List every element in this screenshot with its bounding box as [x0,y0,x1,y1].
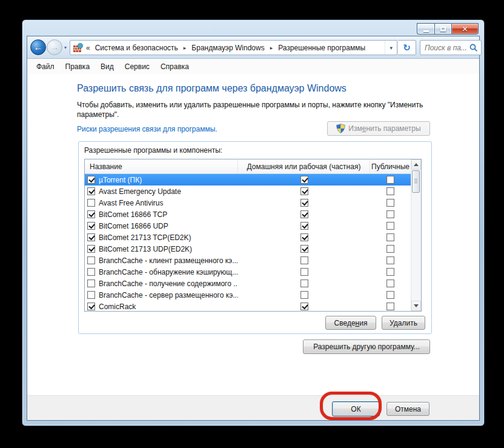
menu-help[interactable]: Справка [155,60,194,73]
remove-label: Удалить [390,319,417,327]
public-network-checkbox[interactable] [386,291,394,299]
table-row[interactable]: BranchCache - обнаружение кэширующ... [85,266,411,278]
address-bar[interactable]: « Система и безопасность ▸ Брандмауэр Wi… [70,40,397,55]
home-network-checkbox[interactable] [300,210,308,218]
program-enabled-checkbox[interactable] [87,291,95,299]
program-enabled-checkbox[interactable] [87,245,95,253]
table-row[interactable]: Avast Free Antivirus [85,197,411,209]
minimize-button[interactable] [417,23,434,35]
public-network-checkbox[interactable] [386,176,394,184]
home-network-checkbox[interactable] [300,291,308,299]
public-network-checkbox[interactable] [386,222,394,230]
address-dropdown-icon[interactable]: ▾ [385,41,397,55]
maximize-button[interactable] [434,23,451,35]
program-enabled-checkbox[interactable] [87,176,95,184]
menu-edit[interactable]: Правка [60,60,96,73]
public-network-checkbox[interactable] [386,279,394,287]
program-name: BitComet 21713 UDP(ED2K) [99,245,192,253]
allow-other-program-button[interactable]: Разрешить другую программу... [303,339,430,354]
window-controls: ✕ [417,23,479,35]
table-row[interactable]: BitComet 21713 UDP(ED2K) [85,243,411,255]
vertical-scrollbar[interactable] [411,159,421,311]
home-network-checkbox[interactable] [300,303,308,310]
program-name: BranchCache - клиент размещенного кэ... [99,256,238,265]
program-enabled-checkbox[interactable] [87,256,95,264]
cancel-button[interactable]: Отмена [386,402,429,416]
table-row[interactable]: BitComet 16866 TCP [85,209,411,220]
table-row[interactable]: ComicRack [85,301,411,312]
home-network-checkbox[interactable] [300,279,308,287]
program-enabled-checkbox[interactable] [87,279,95,287]
breadcrumb-separator-icon[interactable]: ▸ [184,45,187,51]
breadcrumb-item-firewall[interactable]: Брандмауэр Windows [190,41,265,55]
risk-info-link[interactable]: Риски разрешения связи для программы. [77,125,217,133]
program-name: BranchCache - получение содержимого ... [99,279,238,288]
breadcrumb-item-allowed-programs[interactable]: Разрешенные программы [277,41,366,55]
maximize-icon [440,27,446,32]
program-name: µTorrent (ПК) [99,176,142,184]
table-row[interactable]: Avast Emergency Update [85,186,411,197]
table-row[interactable]: BranchCache - клиент размещенного кэ... [85,255,411,266]
public-network-checkbox[interactable] [386,199,394,207]
program-enabled-checkbox[interactable] [87,199,95,207]
public-network-checkbox[interactable] [386,303,394,310]
scroll-down-button[interactable] [411,301,421,311]
forward-arrow-icon: → [50,42,59,52]
change-settings-button[interactable]: Изменить параметры [327,121,430,136]
search-icon[interactable] [469,44,478,52]
back-button[interactable]: ← [30,39,46,55]
menu-file[interactable]: Файл [31,60,60,73]
search-box [420,40,482,55]
breadcrumb-separator-icon[interactable]: ▸ [270,45,273,51]
menu-tools[interactable]: Сервис [119,60,155,73]
public-network-checkbox[interactable] [386,256,394,264]
table-row[interactable]: BranchCache - сервер размещенного кэ... [85,289,411,301]
content-area: Разрешить связь для программ через бранд… [27,74,479,395]
remove-button[interactable]: Удалить [382,316,425,330]
recent-pages-chevron-icon[interactable]: ▾ [64,45,67,50]
allowed-programs-group: Разрешенные программы и компоненты: Назв… [78,141,432,334]
close-button[interactable]: ✕ [451,23,479,35]
home-network-checkbox[interactable] [300,233,308,241]
program-name: ComicRack [99,303,136,311]
home-network-checkbox[interactable] [300,268,308,276]
program-enabled-checkbox[interactable] [87,187,95,195]
table-row[interactable]: BitComet 21713 TCP(ED2K) [85,232,411,243]
change-settings-label: Изменить параметры [348,124,420,133]
ok-button[interactable]: ОК [332,401,380,416]
program-enabled-checkbox[interactable] [87,233,95,241]
firewall-allowed-programs-window: ✕ ← → ▾ « Система и безопасность ▸ [22,19,485,426]
home-network-checkbox[interactable] [300,187,308,195]
breadcrumb-item-system-security[interactable]: Система и безопасность [94,41,179,55]
home-network-checkbox[interactable] [300,222,308,230]
menu-bar: Файл Правка Вид Сервис Справка [27,59,479,74]
table-row[interactable]: BitComet 16866 UDP [85,220,411,232]
program-enabled-checkbox[interactable] [87,210,95,218]
program-enabled-checkbox[interactable] [87,268,95,276]
menu-view[interactable]: Вид [95,60,119,73]
home-network-checkbox[interactable] [300,199,308,207]
refresh-button[interactable]: ↻ [398,40,416,55]
public-network-checkbox[interactable] [386,187,394,195]
public-network-checkbox[interactable] [386,268,394,276]
close-icon: ✕ [462,25,468,33]
home-network-checkbox[interactable] [300,176,308,184]
column-header-public[interactable]: Публичные [370,159,411,173]
scroll-up-button[interactable] [411,159,421,170]
column-header-home[interactable]: Домашняя или рабочая (частная) [238,159,370,173]
table-row[interactable]: BranchCache - получение содержимого ... [85,278,411,289]
page-description: Чтобы добавить, изменить или удалить раз… [77,100,431,119]
breadcrumb-overflow-chevron[interactable]: « [86,44,90,52]
scrollbar-thumb[interactable] [412,170,420,193]
table-row[interactable]: µTorrent (ПК) [85,174,411,186]
column-header-name[interactable]: Название [85,159,238,173]
public-network-checkbox[interactable] [386,210,394,218]
home-network-checkbox[interactable] [300,245,308,253]
program-enabled-checkbox[interactable] [87,222,95,230]
forward-button[interactable]: → [47,39,62,55]
home-network-checkbox[interactable] [300,256,308,264]
program-enabled-checkbox[interactable] [87,303,95,310]
details-button[interactable]: Сведения [325,316,376,330]
public-network-checkbox[interactable] [386,233,394,241]
public-network-checkbox[interactable] [386,245,394,253]
